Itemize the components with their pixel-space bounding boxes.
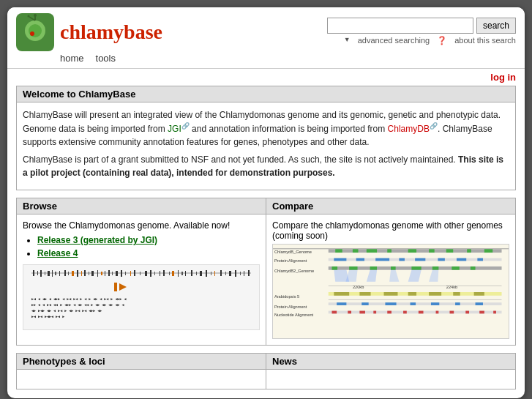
svg-rect-113 xyxy=(453,292,460,296)
svg-marker-99 xyxy=(367,270,377,282)
nav-tools[interactable]: tools xyxy=(96,53,116,64)
svg-rect-23 xyxy=(89,272,89,275)
svg-rect-15 xyxy=(55,272,56,275)
svg-rect-96 xyxy=(471,266,476,270)
release3-link[interactable]: Release 3 (generated by JGI) xyxy=(37,235,157,245)
svg-rect-17 xyxy=(64,270,66,276)
svg-rect-11 xyxy=(40,270,42,277)
svg-rect-133 xyxy=(419,311,424,314)
welcome-section: Welcome to ChlamyBase ChlamyBase will pr… xyxy=(16,86,516,190)
compare-visual: ChlamydB_Genome Prot xyxy=(272,244,509,339)
svg-rect-35 xyxy=(140,272,141,275)
svg-rect-92 xyxy=(391,266,396,270)
svg-rect-21 xyxy=(81,271,82,276)
svg-rect-75 xyxy=(467,249,471,253)
phenotypes-body xyxy=(17,370,266,389)
svg-text:220kb: 220kb xyxy=(353,285,364,289)
svg-rect-37 xyxy=(150,270,151,277)
svg-rect-70 xyxy=(367,249,377,253)
svg-rect-138 xyxy=(493,311,496,314)
svg-text:Protein Alignment: Protein Alignment xyxy=(274,258,307,263)
question-icon: ❓ xyxy=(437,36,447,45)
svg-rect-16 xyxy=(59,271,60,276)
compare-description: Compare the chlamydomonas genome with ot… xyxy=(272,220,509,241)
main-content: Welcome to ChlamyBase ChlamyBase will pr… xyxy=(7,86,525,398)
svg-rect-134 xyxy=(436,311,439,314)
svg-rect-108 xyxy=(334,292,349,296)
svg-rect-121 xyxy=(411,302,416,305)
nav-home[interactable]: home xyxy=(60,53,84,64)
svg-rect-60 xyxy=(114,283,117,291)
svg-point-2 xyxy=(29,24,42,37)
svg-rect-46 xyxy=(191,270,192,276)
svg-rect-95 xyxy=(452,266,459,270)
svg-marker-59 xyxy=(119,283,127,291)
compare-heading: Compare xyxy=(266,198,515,215)
svg-rect-52 xyxy=(220,270,222,276)
svg-rect-72 xyxy=(408,249,416,253)
svg-rect-82 xyxy=(399,258,405,261)
site-title: chlamybase xyxy=(60,20,162,44)
svg-point-5 xyxy=(34,14,37,17)
svg-rect-127 xyxy=(332,311,337,314)
nav-row: home tools xyxy=(16,53,162,64)
browse-description: Browse the Chlamydomonas genome. Availab… xyxy=(23,220,260,231)
svg-point-7 xyxy=(28,15,30,18)
svg-text:▶◀ ◀ ◀▶ ◀  ◀▶▶ ◀  ▶◀ ▶◀ ▶ ◀  ▶: ▶◀ ◀ ◀▶ ◀ ◀▶▶ ◀ ▶◀ ▶◀ ▶ ◀ ▶ ◀▶ ◀ ▶◀ ▶ ◀▶… xyxy=(31,297,126,301)
svg-rect-85 xyxy=(457,258,466,261)
svg-rect-84 xyxy=(438,258,444,261)
genome-track-svg: ▶◀ ◀ ◀▶ ◀ ◀▶▶ ◀ ▶◀ ▶◀ ▶ ◀ ▶ ◀▶ ◀ ▶◀ ▶ ◀▶… xyxy=(23,266,259,329)
svg-rect-58 xyxy=(248,270,250,276)
svg-rect-31 xyxy=(121,270,122,277)
svg-marker-98 xyxy=(345,270,357,282)
svg-rect-34 xyxy=(134,270,135,276)
svg-rect-122 xyxy=(431,302,439,305)
svg-rect-56 xyxy=(240,272,241,275)
browse-body: Browse the Chlamydomonas genome. Availab… xyxy=(17,215,266,336)
chlamydb-link[interactable]: ChlamyDB xyxy=(388,124,430,134)
login-link[interactable]: log in xyxy=(490,72,516,83)
browse-col: Browse Browse the Chlamydomonas genome. … xyxy=(17,198,266,345)
svg-rect-28 xyxy=(108,270,110,276)
svg-rect-29 xyxy=(112,272,113,275)
svg-rect-93 xyxy=(411,266,421,270)
svg-rect-14 xyxy=(52,270,53,277)
advanced-searching-link[interactable]: advanced searching xyxy=(358,36,430,45)
svg-rect-112 xyxy=(429,292,441,296)
svg-rect-51 xyxy=(214,271,215,276)
svg-text:▶▶ ◀ ◀ ▶◀  ◀◀  ▶  ◀▶▶ ◀  ◀▶ ◀◀: ▶▶ ◀ ◀ ▶◀ ◀◀ ▶ ◀▶▶ ◀ ◀▶ ◀◀ ▶ ◀▶ ◀▶ ◀▶ ◀▶… xyxy=(31,302,124,307)
svg-rect-109 xyxy=(359,292,370,296)
svg-rect-83 xyxy=(415,258,425,261)
svg-rect-118 xyxy=(337,302,346,305)
browse-list: Release 3 (generated by JGI) Release 4 xyxy=(23,235,260,258)
svg-point-3 xyxy=(30,31,34,36)
svg-rect-48 xyxy=(200,271,202,276)
logo-row: chlamybase xyxy=(16,13,162,51)
svg-rect-130 xyxy=(373,311,376,314)
svg-rect-50 xyxy=(211,272,211,275)
svg-rect-54 xyxy=(229,271,231,276)
svg-rect-136 xyxy=(465,311,469,314)
news-heading: News xyxy=(266,354,515,370)
release4-link[interactable]: Release 4 xyxy=(37,248,78,258)
welcome-text: ChlamyBase will present an integrated vi… xyxy=(23,108,509,179)
svg-rect-81 xyxy=(375,258,389,261)
about-search-link[interactable]: about this search xyxy=(454,36,516,45)
svg-rect-119 xyxy=(361,302,368,305)
search-input[interactable] xyxy=(327,18,473,34)
bottom-section: Phenotypes & loci News xyxy=(16,353,516,389)
welcome-heading: Welcome to ChlamyBase xyxy=(17,86,515,102)
jgi-link[interactable]: JGI xyxy=(168,124,181,134)
svg-text:ChlamydB2_Genome: ChlamydB2_Genome xyxy=(274,269,314,273)
search-button[interactable]: search xyxy=(476,18,516,34)
compare-col: Compare Compare the chlamydomonas genome… xyxy=(266,198,515,345)
svg-rect-79 xyxy=(334,258,346,261)
header: chlamybase home tools search ▼ advanced … xyxy=(7,7,525,69)
svg-rect-25 xyxy=(97,270,98,277)
svg-marker-102 xyxy=(429,270,438,282)
svg-text:Nucleotide Alignment: Nucleotide Alignment xyxy=(274,313,314,317)
svg-rect-128 xyxy=(348,311,351,314)
svg-rect-20 xyxy=(77,270,78,277)
svg-text:ChlamydB_Genome: ChlamydB_Genome xyxy=(274,250,312,254)
svg-rect-49 xyxy=(206,270,207,277)
